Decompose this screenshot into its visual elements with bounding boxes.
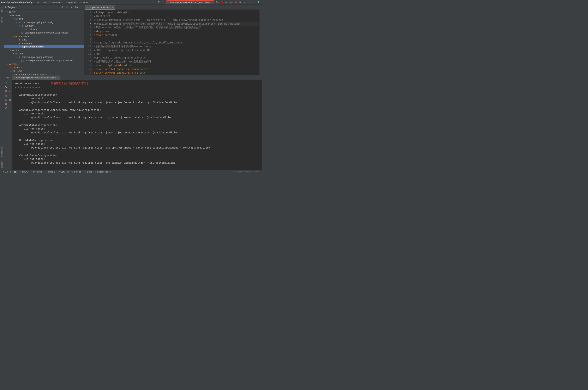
breadcrumb-part[interactable]: resources [52, 1, 61, 3]
add-config-icon[interactable] [157, 0, 160, 4]
console-output[interactable]: Negative matches: 没有匹配上的自动配置类如下所示： -----… [12, 80, 262, 170]
svg-point-0 [158, 1, 159, 2]
tree-item[interactable]: ⒸHelloword [4, 28, 84, 31]
chevron-down-icon: ▼ [211, 1, 213, 3]
bottom-tab-services[interactable]: ⬡Services [58, 170, 69, 173]
tree-item[interactable]: ▾🖿resources [4, 35, 84, 38]
coverage-icon[interactable]: ⦿ [225, 0, 228, 4]
breadcrumb-file[interactable]: application.properties [68, 1, 89, 3]
tree-item[interactable]: Ⓒ▸LearnSpringBoot03AutoConfigApplication… [4, 59, 84, 62]
breadcrumbs: LearnSpringBoot03AutoConfig 〉 src 〉 main… [1, 1, 88, 4]
tree-item[interactable]: ▾🖿java [4, 17, 84, 21]
bottom-tab-problems[interactable]: ⊘Problems [31, 170, 42, 173]
down-icon[interactable]: ↓ [9, 85, 12, 89]
bottom-tab-todo[interactable]: ☲TODO [19, 170, 28, 173]
tree-item[interactable]: ▾🖿main [4, 13, 84, 17]
bottom-tab-run[interactable]: ▶Run [10, 170, 16, 173]
spring-icon: ⬚ [13, 76, 15, 79]
tree-item[interactable]: ▮.gitignore [4, 66, 84, 69]
soft-wrap-icon[interactable]: ↩ [9, 90, 12, 93]
sidebar-tab-bookmarks[interactable]: Bookmarks [0, 146, 3, 158]
clear-icon[interactable]: 🗑 [9, 98, 12, 101]
run-tool-window: Run: ⬚ LearnSpringBoot03AutoConfigApplic… [4, 75, 262, 170]
tree-item[interactable]: ⛭application.properties [4, 45, 84, 49]
collapse-all-icon[interactable]: ≣ [70, 5, 73, 9]
bottom-tab-dependencies[interactable]: ⊟Dependencies [94, 170, 111, 173]
tree-item[interactable]: ▾⊞com.example.springautoconfig [4, 21, 84, 24]
print-icon[interactable]: 🖶 [4, 98, 7, 101]
back-icon[interactable]: ↶ [162, 0, 165, 4]
left-tool-stripe: Project Commit Bookmarks Structure ◱ [0, 5, 4, 170]
git-label: Git: [239, 1, 242, 3]
debug-icon[interactable]: 🐞 [220, 0, 224, 4]
profile-icon[interactable]: ◷▾ [229, 0, 233, 4]
wrench-icon[interactable]: 🔧 [4, 85, 7, 89]
pin-icon[interactable]: 📌 [4, 107, 7, 110]
select-opened-file-icon[interactable]: ⊕ [61, 5, 64, 9]
run-panel-label: Run: [5, 77, 9, 79]
editor-gutter[interactable]: 1234567891011121314151617 [84, 10, 92, 75]
git-update-icon[interactable]: ✓ [243, 0, 247, 4]
bottom-tab-build[interactable]: 🔨Build [84, 170, 92, 173]
editor-tab-label: application.properties [90, 6, 110, 9]
settings-icon[interactable]: ⚙▾ [75, 5, 78, 9]
stop-icon[interactable] [234, 0, 237, 4]
run-config-name: LearnSpringBoot03AutoConfigApplication [170, 1, 210, 3]
search-icon[interactable]: 🔍 [257, 0, 261, 4]
breadcrumb-project[interactable]: LearnSpringBoot03AutoConfig [1, 1, 33, 3]
close-run-tab-icon[interactable]: × [57, 77, 58, 79]
editor-area: ⛭ application.properties × 1234567891011… [84, 5, 262, 75]
project-panel-title: Project [7, 6, 15, 8]
stop-icon[interactable] [4, 90, 7, 93]
folder-icon: ▮ [5, 6, 6, 8]
tree-item[interactable]: ▾🖿src [4, 10, 84, 13]
tree-item[interactable]: ▾🖿java [4, 52, 84, 55]
tree-item[interactable]: Ⓒ▸LearnSpringBoot03AutoConfigApplication [4, 31, 84, 35]
close-tab-icon[interactable]: × [112, 6, 113, 9]
chevron-down-icon[interactable]: ▼ [16, 6, 18, 8]
breadcrumb-part[interactable]: src [37, 1, 40, 3]
run-configuration-selector[interactable]: ⬚ LearnSpringBoot03AutoConfigApplication… [166, 0, 214, 4]
editor-code-area[interactable]: #开启springboot debug模式#自动配置报告#Positive ma… [92, 10, 259, 75]
bottom-tab-profiler[interactable]: ◷Profiler [71, 170, 81, 173]
run-tab[interactable]: ⬚ LearnSpringBoot03AutoConfigApplication… [12, 76, 60, 80]
rerun-icon[interactable]: ⟳ [4, 81, 7, 84]
bottom-tab-git[interactable]: ⎇Git [1, 170, 7, 173]
breadcrumb-part[interactable]: main [44, 1, 48, 3]
tree-item[interactable]: ▸🖿target [4, 62, 84, 66]
bottom-tab-terminal[interactable]: ⌷Terminal [45, 171, 55, 173]
project-tree[interactable]: ▾🖿src▾🖿main▾🖿java▾⊞com.example.springaut… [4, 10, 84, 75]
sidebar-tab-commit[interactable]: Commit [0, 16, 3, 25]
tree-item[interactable]: 🖿static [4, 38, 84, 42]
project-tool-window: ▮ Project ▼ ⊕ ≡ ≣ ⚙▾ — ▾🖿src▾🖿main▾🖿java… [4, 5, 84, 75]
git-commit-icon[interactable]: ✓ [248, 0, 251, 4]
tree-item[interactable]: 🖿templates [4, 42, 84, 45]
run-icon[interactable]: ⟳▸ [215, 0, 219, 4]
editor-tab[interactable]: ⛭ application.properties × [85, 5, 115, 9]
bottom-tool-bar: ⎇Git ▶Run ☲TODO ⊘Problems ⌷Terminal ⬡Ser… [0, 170, 262, 174]
editor-error-stripe[interactable] [259, 10, 262, 75]
hide-icon[interactable]: — [79, 5, 83, 9]
camera-icon[interactable]: 📷 [4, 94, 7, 97]
run-tab-label: LearnSpringBoot03AutoConfigApplication [16, 77, 55, 79]
properties-file-icon: ⛭ [87, 6, 89, 9]
git-push-icon[interactable]: ↗ [252, 0, 256, 4]
tree-item[interactable]: ▮HELP.md [4, 69, 84, 73]
scroll-to-end-icon[interactable]: ⤓ [9, 94, 12, 97]
tree-item[interactable]: ▾⊞controller [4, 24, 84, 28]
tree-item[interactable]: ▾🖿test [4, 49, 84, 52]
expand-all-icon[interactable]: ≡ [65, 5, 69, 9]
sidebar-tab-project[interactable]: Project [0, 6, 3, 14]
tree-item[interactable]: ▾⊞com.example.springautoconfig [4, 55, 84, 59]
watermark: CSDN @ChinaDragonDreamer [233, 171, 260, 173]
exit-icon[interactable] [4, 102, 7, 105]
tool-window-icon[interactable]: ◱ [1, 166, 3, 168]
tree-item[interactable]: ▮LearnSpringBoot03AutoConfig.iml [4, 73, 84, 75]
up-icon[interactable]: ↑ [9, 81, 12, 84]
